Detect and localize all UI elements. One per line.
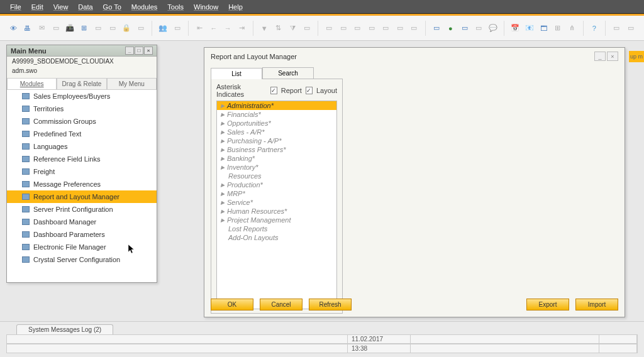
sms-icon[interactable]: ▭ xyxy=(50,22,62,35)
rlm-tree-item[interactable]: Add-On Layouts xyxy=(217,233,336,242)
menu-data[interactable]: Data xyxy=(73,3,97,11)
mainmenu-list[interactable]: Sales Employees/BuyersTerritoriesCommiss… xyxy=(7,90,157,282)
sort-icon[interactable]: ⇅ xyxy=(273,22,285,35)
page-icon[interactable]: ▭ xyxy=(301,22,313,35)
rlm-tree-item[interactable]: ▶Banking* xyxy=(217,154,336,163)
rlm-tree-item[interactable]: ▶Inventory* xyxy=(217,163,336,172)
find-icon[interactable]: 👥 xyxy=(157,22,169,35)
mainmenu-item[interactable]: Electronic File Manager xyxy=(7,241,157,253)
import-button[interactable]: Import xyxy=(575,299,618,310)
mainmenu-item[interactable]: Sales Employees/Buyers xyxy=(7,90,157,102)
mainmenu-item[interactable]: Crystal Server Configuration xyxy=(7,253,157,266)
menu-help[interactable]: Help xyxy=(223,3,248,11)
rlm-tree-item[interactable]: ▶Financials* xyxy=(217,110,336,119)
mainmenu-item[interactable]: Territories xyxy=(7,102,157,115)
mainmenu-item[interactable]: Languages xyxy=(7,140,157,153)
last-icon[interactable]: ⇥ xyxy=(236,22,248,35)
chat-icon[interactable]: 💬 xyxy=(487,22,499,35)
lock-icon[interactable]: 🔒 xyxy=(121,22,133,35)
rlm-tree-item[interactable]: Resources xyxy=(217,172,336,180)
close-icon[interactable]: × xyxy=(144,47,153,55)
system-icon[interactable]: ▭ xyxy=(625,22,636,35)
crystal-icon[interactable]: ● xyxy=(445,22,457,35)
menu-view[interactable]: View xyxy=(48,3,74,11)
mainmenu-item[interactable]: Message Preferences xyxy=(7,178,157,190)
gross-icon[interactable]: ▭ xyxy=(394,22,406,35)
mainmenu-item[interactable]: Report and Layout Manager xyxy=(7,190,157,203)
alert-icon[interactable]: ▭ xyxy=(473,22,485,35)
rlm-close-icon[interactable]: × xyxy=(607,52,618,61)
rlm-tab-search[interactable]: Search xyxy=(262,67,314,79)
menu-tools[interactable]: Tools xyxy=(162,3,189,11)
mainmenu-item[interactable]: Predefined Text xyxy=(7,128,157,140)
funnel-icon[interactable]: ⧩ xyxy=(287,22,299,35)
rlm-tree-item[interactable]: ▶Administration* xyxy=(217,101,336,110)
rlm-tab-list[interactable]: List xyxy=(211,68,262,79)
fax-icon[interactable]: 📠 xyxy=(64,22,76,35)
word-icon[interactable]: ▭ xyxy=(92,22,104,35)
email-icon[interactable]: ✉ xyxy=(36,22,48,35)
cancel-button[interactable]: Cancel xyxy=(260,299,303,310)
syslog-tab[interactable]: System Messages Log (2) xyxy=(16,324,113,335)
first-icon[interactable]: ⇤ xyxy=(194,22,206,35)
context-icon[interactable]: ▭ xyxy=(611,22,623,35)
add-icon[interactable]: ▭ xyxy=(172,22,184,35)
tab-modules[interactable]: Modules xyxy=(7,78,57,89)
rlm-tree-item[interactable]: ▶Business Partners* xyxy=(217,145,336,154)
tab-mymenu[interactable]: My Menu xyxy=(107,78,157,89)
rlm-tree-item[interactable]: ▶Purchasing - A/P* xyxy=(217,136,336,145)
rlm-tree-item[interactable]: ▶Opportunities* xyxy=(217,119,336,128)
menu-window[interactable]: Window xyxy=(189,3,223,11)
rlm-minimize-icon[interactable]: _ xyxy=(594,52,606,61)
chk-report[interactable]: ✓ xyxy=(270,87,277,94)
mainmenu-item[interactable]: Freight xyxy=(7,165,157,178)
doc-icon[interactable]: ▭ xyxy=(135,22,147,35)
target-icon[interactable]: ▭ xyxy=(338,22,350,35)
maximize-icon[interactable]: □ xyxy=(135,47,143,55)
menu-modules[interactable]: Modules xyxy=(126,3,163,11)
share-icon[interactable]: ⋔ xyxy=(566,22,578,35)
next-icon[interactable]: → xyxy=(222,22,234,35)
rlm-tree-item[interactable]: ▶MRP* xyxy=(217,189,336,198)
rlm-tree[interactable]: ▶Administration*▶Financials*▶Opportuniti… xyxy=(216,101,337,309)
inbox-icon[interactable]: 📧 xyxy=(524,22,536,35)
query-icon[interactable]: ▭ xyxy=(459,22,471,35)
link-icon[interactable]: ▭ xyxy=(366,22,378,35)
rlm-tree-item[interactable]: ▶Service* xyxy=(217,198,336,207)
tab-dragrelate[interactable]: Drag & Relate xyxy=(57,78,106,89)
trans-icon[interactable]: ▭ xyxy=(352,22,364,35)
mainmenu-item[interactable]: Commission Groups xyxy=(7,115,157,128)
calendar-icon[interactable]: 📅 xyxy=(509,22,521,35)
excel-icon[interactable]: ⊞ xyxy=(79,22,91,35)
menu-file[interactable]: File xyxy=(5,3,26,11)
yellow-tag[interactable]: up m xyxy=(629,51,644,62)
org-icon[interactable]: ⊞ xyxy=(552,22,564,35)
payment-icon[interactable]: ▭ xyxy=(380,22,392,35)
mainmenu-item[interactable]: Reference Field Links xyxy=(7,153,157,165)
layout-icon[interactable]: ▭ xyxy=(431,22,443,35)
help-icon[interactable]: ? xyxy=(589,22,601,35)
menu-goto[interactable]: Go To xyxy=(98,3,126,11)
refresh-button[interactable]: Refresh xyxy=(309,299,352,310)
ok-button[interactable]: OK xyxy=(211,299,253,310)
print-icon[interactable]: 🖶 xyxy=(22,22,34,35)
rlm-tree-item[interactable]: ▶Human Resources* xyxy=(217,207,336,216)
export-button[interactable]: Export xyxy=(526,299,569,310)
minimize-icon[interactable]: _ xyxy=(125,47,134,55)
volume-icon[interactable]: ▭ xyxy=(408,22,420,35)
pdf-icon[interactable]: ▭ xyxy=(107,22,119,35)
rlm-tree-item[interactable]: Lost Reports xyxy=(217,224,336,233)
browser-icon[interactable]: 🗔 xyxy=(538,22,550,35)
chk-layout[interactable]: ✓ xyxy=(306,87,313,94)
rlm-tree-item[interactable]: ▶Project Management xyxy=(217,216,336,224)
mainmenu-item[interactable]: Server Print Configuration xyxy=(7,203,157,216)
mainmenu-titlebar[interactable]: Main Menu _ □ × xyxy=(7,45,157,57)
mainmenu-item[interactable]: Dashboard Parameters xyxy=(7,228,157,241)
rlm-tree-item[interactable]: ▶Sales - A/R* xyxy=(217,128,336,136)
base-icon[interactable]: ▭ xyxy=(323,22,335,35)
menu-edit[interactable]: Edit xyxy=(26,3,48,11)
mainmenu-item[interactable]: Dashboard Manager xyxy=(7,216,157,228)
prev-icon[interactable]: ← xyxy=(208,22,220,35)
rlm-tree-item[interactable]: ▶Production* xyxy=(217,180,336,189)
filter-icon[interactable]: ▼ xyxy=(258,22,270,35)
